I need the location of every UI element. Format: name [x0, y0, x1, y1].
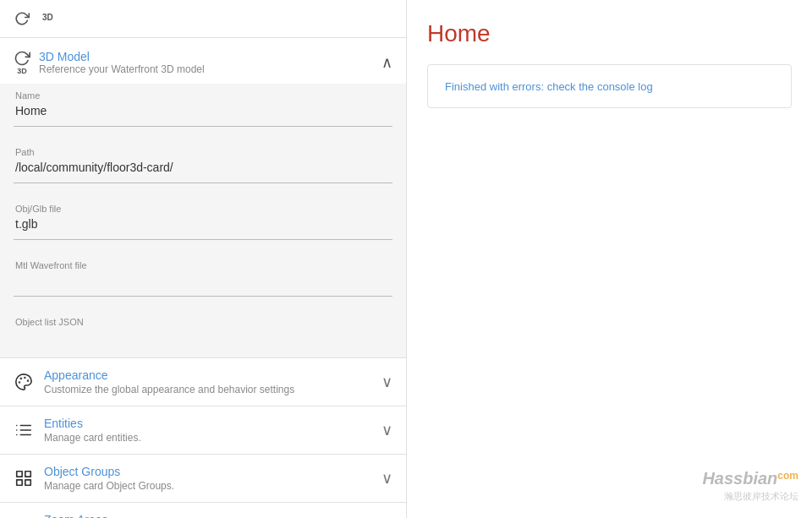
path-label: Path	[14, 147, 392, 157]
object-groups-icon	[14, 468, 34, 488]
error-text: Finished with errors: check the console …	[445, 80, 653, 93]
name-value[interactable]: Home	[14, 104, 392, 121]
mtl-field: Mtl Wavefront file	[14, 254, 392, 297]
svg-rect-12	[25, 480, 30, 485]
mtl-label: Mtl Wavefront file	[14, 260, 392, 270]
obj-label: Obj/Glb file	[14, 204, 392, 214]
model-title: 3D Model	[39, 50, 205, 63]
refresh-icon[interactable]	[10, 7, 34, 30]
json-field: Object list JSON	[14, 310, 392, 357]
3d-label: 3D	[17, 67, 27, 75]
watermark-main: Hassbian	[702, 469, 777, 488]
obj-field: Obj/Glb file t.glb	[14, 197, 392, 240]
accordion-list: Appearance Customize the global appearan…	[0, 358, 406, 518]
entities-subtitle: Manage card entities.	[44, 432, 141, 444]
svg-rect-13	[17, 480, 22, 485]
model-section-header[interactable]: 3D 3D Model Reference your Waterfront 3D…	[0, 38, 406, 84]
svg-point-3	[19, 382, 20, 383]
preview-card: Finished with errors: check the console …	[427, 64, 792, 108]
zoom-areas-title: Zoom Areas	[44, 513, 163, 518]
entities-icon	[14, 420, 34, 440]
svg-point-2	[20, 378, 21, 379]
svg-point-0	[25, 378, 25, 379]
object-groups-chevron[interactable]: ∨	[381, 469, 392, 488]
object-groups-subtitle: Manage card Object Groups.	[44, 480, 174, 492]
model-subtitle: Reference your Waterfront 3D model	[39, 63, 205, 75]
accordion-entities[interactable]: Entities Manage card entities. ∨	[0, 406, 406, 455]
path-field: Path /local/community/floor3d-card/	[14, 140, 392, 183]
svg-point-1	[28, 380, 29, 381]
model-chevron[interactable]: ∧	[381, 53, 392, 72]
watermark-com: com	[777, 470, 798, 482]
name-label: Name	[14, 90, 392, 101]
svg-rect-10	[17, 472, 22, 477]
accordion-object-groups[interactable]: Object Groups Manage card Object Groups.…	[0, 455, 406, 503]
toolbar: 3D	[0, 0, 406, 38]
form-fields: Name Home Path /local/community/floor3d-…	[0, 84, 406, 357]
appearance-title: Appearance	[44, 368, 294, 382]
accordion-appearance[interactable]: Appearance Customize the global appearan…	[0, 358, 406, 406]
model-section: 3D 3D Model Reference your Waterfront 3D…	[0, 38, 406, 358]
json-label: Object list JSON	[14, 317, 392, 327]
svg-rect-11	[25, 472, 30, 477]
entities-title: Entities	[44, 417, 141, 430]
watermark: Hassbiancom 瀚思彼岸技术论坛	[702, 469, 798, 503]
left-panel: 3D 3D 3D Model Reference your Waterfront…	[0, 0, 406, 518]
json-value[interactable]	[14, 330, 392, 347]
model-icon: 3D	[14, 50, 30, 75]
appearance-chevron[interactable]: ∨	[381, 373, 392, 391]
appearance-subtitle: Customize the global appearance and beha…	[44, 384, 294, 395]
mtl-value[interactable]	[14, 274, 392, 291]
obj-value[interactable]: t.glb	[14, 217, 392, 234]
watermark-sub: 瀚思彼岸技术论坛	[702, 490, 798, 503]
preview-title: Home	[427, 20, 792, 47]
path-value[interactable]: /local/community/floor3d-card/	[14, 161, 392, 177]
right-panel: Home Finished with errors: check the con…	[406, 0, 812, 518]
accordion-zoom-areas[interactable]: Zoom Areas Manage card Zoom Areas. ∨	[0, 503, 406, 518]
name-field: Name Home	[14, 84, 392, 127]
object-groups-title: Object Groups	[44, 465, 174, 478]
palette-icon	[14, 372, 34, 392]
entities-chevron[interactable]: ∨	[381, 421, 392, 439]
3d-badge: 3D	[42, 14, 53, 22]
